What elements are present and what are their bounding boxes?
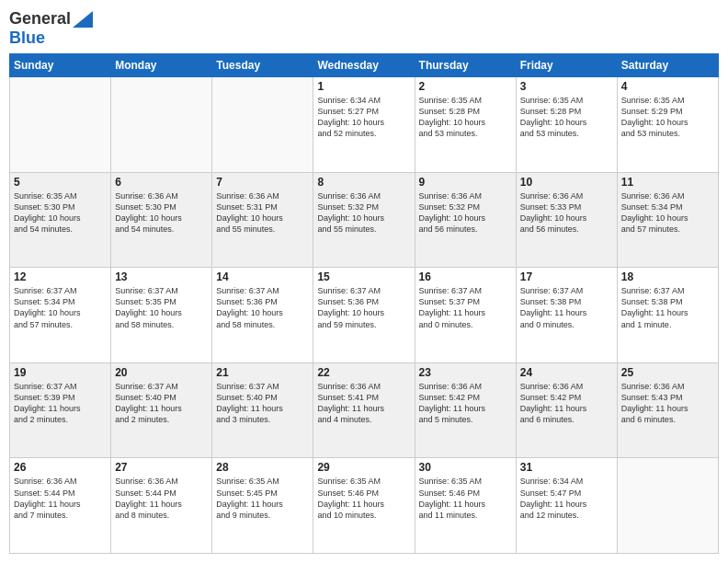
day-number: 31 [520, 461, 613, 474]
calendar-cell: 28Sunrise: 6:35 AM Sunset: 5:45 PM Dayli… [212, 458, 313, 554]
day-number: 4 [621, 80, 714, 93]
day-info: Sunrise: 6:36 AM Sunset: 5:31 PM Dayligh… [216, 190, 309, 236]
weekday-header-wednesday: Wednesday [313, 54, 415, 77]
day-info: Sunrise: 6:37 AM Sunset: 5:36 PM Dayligh… [317, 285, 410, 330]
day-info: Sunrise: 6:36 AM Sunset: 5:33 PM Dayligh… [520, 190, 613, 236]
day-number: 30 [419, 461, 512, 474]
calendar-cell: 29Sunrise: 6:35 AM Sunset: 5:46 PM Dayli… [313, 458, 415, 554]
day-info: Sunrise: 6:37 AM Sunset: 5:36 PM Dayligh… [216, 285, 309, 330]
day-number: 26 [14, 461, 107, 474]
calendar-cell: 5Sunrise: 6:35 AM Sunset: 5:30 PM Daylig… [10, 172, 111, 268]
calendar-cell: 1Sunrise: 6:34 AM Sunset: 5:27 PM Daylig… [313, 77, 415, 173]
day-number: 28 [216, 461, 309, 474]
day-number: 7 [216, 176, 309, 189]
day-info: Sunrise: 6:36 AM Sunset: 5:44 PM Dayligh… [115, 476, 208, 521]
day-info: Sunrise: 6:35 AM Sunset: 5:28 PM Dayligh… [419, 95, 512, 140]
day-info: Sunrise: 6:35 AM Sunset: 5:45 PM Dayligh… [216, 476, 309, 521]
day-info: Sunrise: 6:36 AM Sunset: 5:32 PM Dayligh… [317, 190, 410, 236]
day-info: Sunrise: 6:37 AM Sunset: 5:39 PM Dayligh… [14, 381, 107, 426]
day-info: Sunrise: 6:37 AM Sunset: 5:40 PM Dayligh… [115, 381, 208, 426]
calendar-cell: 10Sunrise: 6:36 AM Sunset: 5:33 PM Dayli… [516, 172, 617, 268]
day-info: Sunrise: 6:37 AM Sunset: 5:35 PM Dayligh… [115, 285, 208, 330]
logo-general: General [9, 9, 71, 29]
day-info: Sunrise: 6:36 AM Sunset: 5:34 PM Dayligh… [621, 190, 714, 236]
day-info: Sunrise: 6:37 AM Sunset: 5:34 PM Dayligh… [14, 285, 107, 330]
calendar-cell: 12Sunrise: 6:37 AM Sunset: 5:34 PM Dayli… [10, 268, 111, 363]
day-number: 15 [317, 270, 410, 283]
calendar-cell: 22Sunrise: 6:36 AM Sunset: 5:41 PM Dayli… [313, 362, 415, 458]
day-info: Sunrise: 6:35 AM Sunset: 5:46 PM Dayligh… [419, 476, 512, 521]
day-info: Sunrise: 6:34 AM Sunset: 5:47 PM Dayligh… [520, 476, 613, 521]
calendar-week-row: 26Sunrise: 6:36 AM Sunset: 5:44 PM Dayli… [10, 458, 719, 554]
calendar-cell: 31Sunrise: 6:34 AM Sunset: 5:47 PM Dayli… [516, 458, 617, 554]
day-number: 10 [520, 176, 613, 189]
page: General Blue SundayMondayTuesdayWednesda… [0, 0, 728, 563]
calendar-cell: 15Sunrise: 6:37 AM Sunset: 5:36 PM Dayli… [313, 268, 415, 363]
weekday-header-friday: Friday [516, 54, 617, 77]
day-number: 16 [419, 270, 512, 283]
day-info: Sunrise: 6:36 AM Sunset: 5:41 PM Dayligh… [317, 381, 410, 426]
calendar-cell [10, 77, 111, 173]
day-number: 6 [115, 176, 208, 189]
day-number: 24 [520, 366, 613, 379]
day-info: Sunrise: 6:35 AM Sunset: 5:46 PM Dayligh… [317, 476, 410, 521]
day-info: Sunrise: 6:34 AM Sunset: 5:27 PM Dayligh… [317, 95, 410, 140]
calendar-cell: 30Sunrise: 6:35 AM Sunset: 5:46 PM Dayli… [415, 458, 516, 554]
weekday-header-sunday: Sunday [10, 54, 111, 77]
header: General Blue [9, 9, 719, 48]
day-info: Sunrise: 6:36 AM Sunset: 5:30 PM Dayligh… [115, 190, 208, 236]
calendar-cell: 4Sunrise: 6:35 AM Sunset: 5:29 PM Daylig… [617, 77, 718, 173]
day-number: 11 [621, 176, 714, 189]
calendar-cell [617, 458, 718, 554]
calendar-cell: 27Sunrise: 6:36 AM Sunset: 5:44 PM Dayli… [111, 458, 212, 554]
calendar-cell: 20Sunrise: 6:37 AM Sunset: 5:40 PM Dayli… [111, 362, 212, 458]
calendar-cell: 19Sunrise: 6:37 AM Sunset: 5:39 PM Dayli… [10, 362, 111, 458]
calendar-week-row: 12Sunrise: 6:37 AM Sunset: 5:34 PM Dayli… [10, 268, 719, 363]
day-info: Sunrise: 6:36 AM Sunset: 5:32 PM Dayligh… [419, 190, 512, 236]
calendar-cell: 16Sunrise: 6:37 AM Sunset: 5:37 PM Dayli… [415, 268, 516, 363]
calendar-cell: 25Sunrise: 6:36 AM Sunset: 5:43 PM Dayli… [617, 362, 718, 458]
calendar-week-row: 1Sunrise: 6:34 AM Sunset: 5:27 PM Daylig… [10, 77, 719, 173]
weekday-header-saturday: Saturday [617, 54, 718, 77]
day-info: Sunrise: 6:37 AM Sunset: 5:38 PM Dayligh… [621, 285, 714, 330]
day-number: 12 [14, 270, 107, 283]
day-info: Sunrise: 6:35 AM Sunset: 5:28 PM Dayligh… [520, 95, 613, 140]
logo-blue: Blue [9, 29, 93, 48]
calendar-cell: 17Sunrise: 6:37 AM Sunset: 5:38 PM Dayli… [516, 268, 617, 363]
day-number: 9 [419, 176, 512, 189]
day-number: 23 [419, 366, 512, 379]
calendar-cell: 6Sunrise: 6:36 AM Sunset: 5:30 PM Daylig… [111, 172, 212, 268]
day-number: 20 [115, 366, 208, 379]
day-number: 18 [621, 270, 714, 283]
calendar-cell: 23Sunrise: 6:36 AM Sunset: 5:42 PM Dayli… [415, 362, 516, 458]
calendar-cell: 11Sunrise: 6:36 AM Sunset: 5:34 PM Dayli… [617, 172, 718, 268]
day-info: Sunrise: 6:37 AM Sunset: 5:37 PM Dayligh… [419, 285, 512, 330]
calendar-cell: 7Sunrise: 6:36 AM Sunset: 5:31 PM Daylig… [212, 172, 313, 268]
calendar-cell: 14Sunrise: 6:37 AM Sunset: 5:36 PM Dayli… [212, 268, 313, 363]
weekday-header-monday: Monday [111, 54, 212, 77]
day-info: Sunrise: 6:36 AM Sunset: 5:44 PM Dayligh… [14, 476, 107, 521]
day-number: 5 [14, 176, 107, 189]
logo: General Blue [9, 9, 93, 48]
calendar-table: SundayMondayTuesdayWednesdayThursdayFrid… [9, 53, 719, 554]
day-number: 13 [115, 270, 208, 283]
day-number: 3 [520, 80, 613, 93]
calendar-cell: 18Sunrise: 6:37 AM Sunset: 5:38 PM Dayli… [617, 268, 718, 363]
calendar-cell [111, 77, 212, 173]
day-number: 19 [14, 366, 107, 379]
day-info: Sunrise: 6:35 AM Sunset: 5:30 PM Dayligh… [14, 190, 107, 236]
calendar-cell: 8Sunrise: 6:36 AM Sunset: 5:32 PM Daylig… [313, 172, 415, 268]
day-info: Sunrise: 6:35 AM Sunset: 5:29 PM Dayligh… [621, 95, 714, 140]
svg-marker-0 [73, 11, 93, 28]
day-info: Sunrise: 6:36 AM Sunset: 5:43 PM Dayligh… [621, 381, 714, 426]
weekday-header-row: SundayMondayTuesdayWednesdayThursdayFrid… [10, 54, 719, 77]
day-info: Sunrise: 6:37 AM Sunset: 5:38 PM Dayligh… [520, 285, 613, 330]
calendar-cell: 9Sunrise: 6:36 AM Sunset: 5:32 PM Daylig… [415, 172, 516, 268]
calendar-cell: 13Sunrise: 6:37 AM Sunset: 5:35 PM Dayli… [111, 268, 212, 363]
day-info: Sunrise: 6:36 AM Sunset: 5:42 PM Dayligh… [520, 381, 613, 426]
day-number: 29 [317, 461, 410, 474]
day-info: Sunrise: 6:37 AM Sunset: 5:40 PM Dayligh… [216, 381, 309, 426]
day-number: 2 [419, 80, 512, 93]
day-number: 14 [216, 270, 309, 283]
calendar-cell: 3Sunrise: 6:35 AM Sunset: 5:28 PM Daylig… [516, 77, 617, 173]
